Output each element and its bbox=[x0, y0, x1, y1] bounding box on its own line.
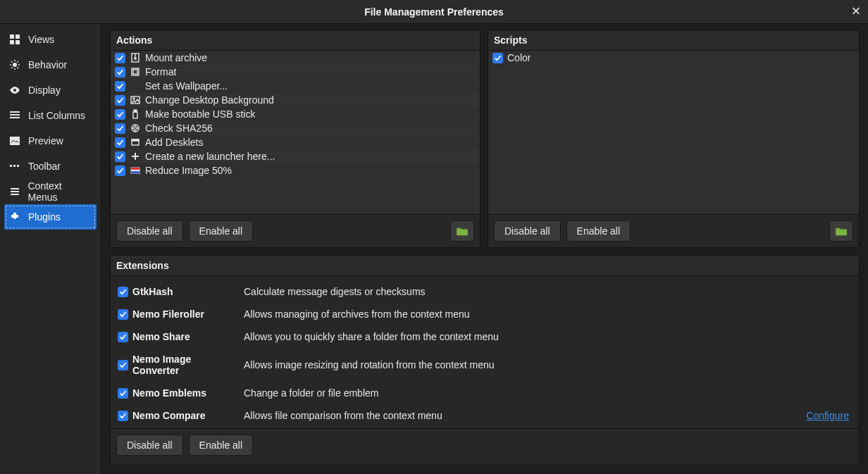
usb-icon bbox=[130, 108, 141, 120]
actions-header: Actions bbox=[111, 30, 480, 51]
checkbox[interactable] bbox=[115, 81, 125, 92]
menu-icon bbox=[8, 186, 20, 197]
check-icon bbox=[116, 54, 124, 62]
checkbox[interactable] bbox=[118, 287, 128, 297]
scripts-footer: Disable all Enable all bbox=[488, 214, 859, 247]
action-row[interactable]: Check SHA256 bbox=[111, 121, 480, 135]
checkbox[interactable] bbox=[115, 151, 125, 162]
content-area: Actions Mount archiveFormatSet as Wallpa… bbox=[101, 24, 868, 474]
actions-enable-all-button[interactable]: Enable all bbox=[189, 220, 254, 242]
check-icon bbox=[119, 412, 127, 420]
check-icon bbox=[119, 389, 127, 397]
folder-icon bbox=[456, 226, 469, 236]
script-label: Color bbox=[507, 52, 531, 63]
columns-icon bbox=[8, 110, 21, 121]
extension-row: Nemo EmblemsChange a folder or file embl… bbox=[111, 382, 859, 404]
checkbox[interactable] bbox=[115, 67, 125, 77]
extension-name: GtkHash bbox=[132, 286, 240, 297]
sidebar-item-plugins[interactable]: Plugins bbox=[4, 204, 97, 230]
action-label: Format bbox=[145, 66, 176, 77]
actions-list: Mount archiveFormatSet as Wallpaper...Ch… bbox=[111, 51, 480, 214]
extensions-panel: Extensions GtkHashCalculate message dige… bbox=[110, 255, 860, 466]
action-row[interactable]: Format bbox=[111, 65, 480, 79]
sidebar-item-context-menus[interactable]: Context Menus bbox=[0, 179, 101, 204]
checkbox[interactable] bbox=[118, 388, 128, 399]
gear-icon bbox=[8, 59, 21, 70]
sidebar-item-preview[interactable]: Preview bbox=[0, 128, 101, 154]
scripts-open-folder-button[interactable] bbox=[829, 220, 853, 242]
extension-name: Nemo Fileroller bbox=[132, 308, 240, 320]
action-row[interactable]: Mount archive bbox=[111, 51, 480, 65]
extension-name: Nemo Share bbox=[132, 331, 240, 342]
checkbox[interactable] bbox=[115, 109, 125, 120]
action-label: Make bootable USB stick bbox=[145, 108, 255, 120]
views-icon bbox=[8, 34, 21, 45]
actions-footer: Disable all Enable all bbox=[111, 214, 480, 247]
sidebar-item-toolbar[interactable]: Toolbar bbox=[0, 154, 101, 179]
extension-description: Allows you to quickly share a folder fro… bbox=[244, 331, 852, 342]
actions-open-folder-button[interactable] bbox=[450, 220, 474, 242]
sidebar-item-list-columns[interactable]: List Columns bbox=[0, 103, 101, 128]
extension-row: GtkHashCalculate message digests or chec… bbox=[111, 280, 859, 303]
scripts-enable-all-button[interactable]: Enable all bbox=[566, 220, 631, 242]
checkbox[interactable] bbox=[118, 332, 128, 342]
checkbox[interactable] bbox=[115, 53, 125, 63]
action-row[interactable]: Reduce Image 50% bbox=[111, 163, 480, 177]
actions-disable-all-button[interactable]: Disable all bbox=[116, 220, 183, 242]
blank-icon bbox=[130, 80, 141, 92]
close-icon bbox=[851, 6, 861, 15]
sidebar-item-label: List Columns bbox=[28, 110, 85, 121]
check-icon bbox=[116, 82, 124, 90]
action-label: Set as Wallpaper... bbox=[145, 80, 228, 92]
window-titlebar: File Management Preferences bbox=[0, 0, 868, 24]
script-row[interactable]: Color bbox=[488, 51, 859, 65]
checkbox[interactable] bbox=[115, 123, 125, 134]
extension-name: Nemo Compare bbox=[132, 410, 240, 421]
scripts-disable-all-button[interactable]: Disable all bbox=[494, 220, 561, 242]
close-button[interactable] bbox=[851, 6, 861, 18]
check-icon bbox=[119, 288, 127, 296]
extensions-disable-all-button[interactable]: Disable all bbox=[116, 435, 183, 456]
checkbox[interactable] bbox=[115, 95, 125, 106]
checkbox[interactable] bbox=[118, 411, 128, 421]
eye-icon bbox=[8, 85, 21, 96]
action-row[interactable]: Change Desktop Background bbox=[111, 93, 480, 107]
action-row[interactable]: Make bootable USB stick bbox=[111, 107, 480, 121]
scripts-list: Color bbox=[488, 51, 859, 214]
check-icon bbox=[116, 139, 124, 146]
extension-description: Calculate message digests or checksums bbox=[244, 286, 852, 297]
checkbox[interactable] bbox=[492, 53, 503, 63]
sidebar-item-behavior[interactable]: Behavior bbox=[0, 52, 101, 77]
checkbox[interactable] bbox=[115, 166, 125, 176]
sidebar-item-display[interactable]: Display bbox=[0, 77, 101, 103]
sidebar-item-label: Display bbox=[28, 85, 61, 96]
sidebar-item-views[interactable]: Views bbox=[0, 27, 101, 52]
action-label: Add Desklets bbox=[145, 137, 203, 148]
action-row[interactable]: Set as Wallpaper... bbox=[111, 79, 480, 93]
plus-icon bbox=[130, 151, 141, 162]
toolbar-icon bbox=[8, 161, 21, 172]
configure-link[interactable]: Configure bbox=[806, 410, 849, 421]
extension-description: Allows file comparison from the context … bbox=[244, 410, 802, 421]
extensions-list: GtkHashCalculate message digests or chec… bbox=[111, 276, 859, 428]
sidebar-item-label: Context Menus bbox=[27, 180, 92, 203]
extensions-enable-all-button[interactable]: Enable all bbox=[189, 435, 254, 456]
extension-row: Nemo ShareAllows you to quickly share a … bbox=[111, 325, 859, 348]
extensions-footer: Disable all Enable all bbox=[111, 428, 859, 461]
action-label: Mount archive bbox=[145, 52, 207, 63]
checkbox[interactable] bbox=[118, 360, 128, 370]
checkbox[interactable] bbox=[118, 309, 128, 320]
check-icon bbox=[119, 333, 127, 341]
action-label: Change Desktop Background bbox=[145, 94, 274, 106]
extension-row: Nemo CompareAllows file comparison from … bbox=[111, 404, 859, 427]
sidebar-item-label: Behavior bbox=[28, 59, 67, 70]
action-label: Create a new launcher here... bbox=[145, 151, 275, 162]
picture-icon bbox=[130, 94, 141, 106]
action-row[interactable]: Create a new launcher here... bbox=[111, 149, 480, 163]
hash-icon bbox=[130, 123, 141, 134]
sidebar-item-label: Views bbox=[28, 34, 54, 45]
action-row[interactable]: Add Desklets bbox=[111, 135, 480, 149]
folder-icon bbox=[835, 226, 848, 236]
extension-row: Nemo FilerollerAllows managing of archiv… bbox=[111, 303, 859, 325]
checkbox[interactable] bbox=[115, 137, 125, 148]
